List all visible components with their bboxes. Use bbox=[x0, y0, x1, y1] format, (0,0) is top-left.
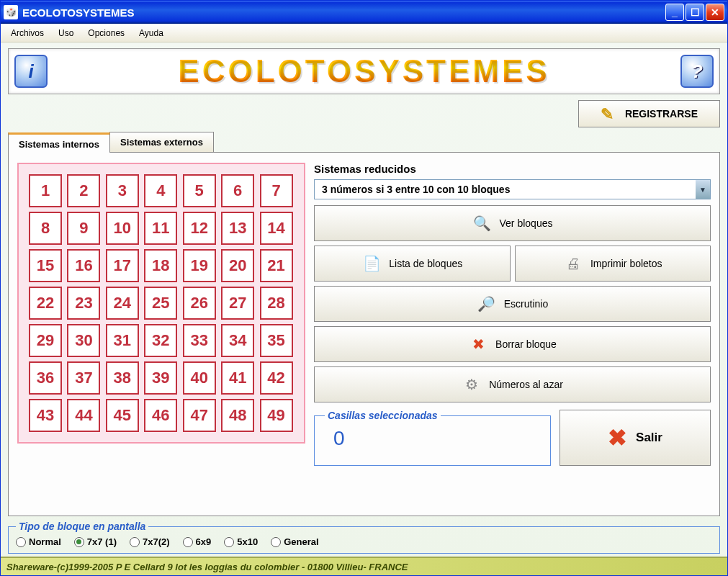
number-cell-8[interactable]: 8 bbox=[29, 212, 62, 245]
ver-bloques-button[interactable]: 🔍 Ver bloques bbox=[314, 205, 711, 241]
menu-archivos[interactable]: Archivos bbox=[5, 26, 50, 40]
printer-icon: 🖨 bbox=[563, 253, 583, 274]
banner-title: ECOLOTOSYSTEMES bbox=[48, 53, 680, 89]
number-cell-1[interactable]: 1 bbox=[29, 174, 62, 207]
number-cell-47[interactable]: 47 bbox=[183, 399, 216, 432]
minimize-button[interactable]: _ bbox=[665, 4, 684, 21]
statusbar: Shareware-(c)1999-2005 P E Cellard 9 lot… bbox=[1, 557, 727, 575]
tab-sistemas-externos[interactable]: Sistemas externos bbox=[109, 132, 214, 152]
number-cell-46[interactable]: 46 bbox=[144, 399, 177, 432]
radio-6x9[interactable]: 6x9 bbox=[183, 536, 212, 547]
two-button-row: 📄 Lista de bloques 🖨 Imprimir boletos bbox=[314, 246, 711, 282]
number-cell-13[interactable]: 13 bbox=[221, 212, 254, 245]
number-cell-31[interactable]: 31 bbox=[106, 324, 139, 357]
number-cell-43[interactable]: 43 bbox=[29, 399, 62, 432]
radio-5x10[interactable]: 5x10 bbox=[224, 536, 258, 547]
radio-dot-icon bbox=[130, 537, 140, 547]
info-button[interactable]: i bbox=[14, 55, 48, 88]
number-cell-20[interactable]: 20 bbox=[221, 249, 254, 282]
blocktype-fieldset: Tipo de bloque en pantalla Normal7x7 (1)… bbox=[8, 521, 720, 554]
menu-uso[interactable]: Uso bbox=[53, 26, 79, 40]
number-cell-39[interactable]: 39 bbox=[144, 361, 177, 395]
number-cell-16[interactable]: 16 bbox=[67, 249, 100, 282]
radio-general[interactable]: General bbox=[271, 536, 318, 547]
number-cell-37[interactable]: 37 bbox=[67, 361, 100, 395]
number-cell-22[interactable]: 22 bbox=[29, 287, 62, 320]
register-button[interactable]: REGISTRARSE bbox=[578, 100, 720, 127]
number-cell-49[interactable]: 49 bbox=[260, 399, 293, 432]
imprimir-boletos-button[interactable]: 🖨 Imprimir boletos bbox=[515, 246, 711, 282]
number-cell-42[interactable]: 42 bbox=[260, 361, 293, 395]
number-grid: 1234567891011121314151617181920212223242… bbox=[29, 174, 294, 432]
number-cell-19[interactable]: 19 bbox=[183, 249, 216, 282]
number-cell-29[interactable]: 29 bbox=[29, 324, 62, 357]
tab-panel: 1234567891011121314151617181920212223242… bbox=[8, 152, 720, 516]
number-cell-21[interactable]: 21 bbox=[260, 249, 293, 282]
bottom-row: Casillas seleccionadas 0 ✖ Salir bbox=[314, 410, 711, 466]
number-cell-24[interactable]: 24 bbox=[106, 287, 139, 320]
right-column: Sistemas reducidos 3 números si 3 entre … bbox=[314, 163, 711, 508]
number-cell-4[interactable]: 4 bbox=[144, 174, 177, 207]
number-cell-11[interactable]: 11 bbox=[144, 212, 177, 245]
escrutinio-label: Escrutinio bbox=[504, 298, 548, 310]
number-cell-38[interactable]: 38 bbox=[106, 361, 139, 395]
menu-ayuda[interactable]: Ayuda bbox=[133, 26, 169, 40]
number-cell-3[interactable]: 3 bbox=[106, 174, 139, 207]
radio-7x7-1-[interactable]: 7x7 (1) bbox=[74, 536, 117, 547]
window-title: ECOLOTOSYSTEMES bbox=[22, 6, 665, 19]
imprimir-label: Imprimir boletos bbox=[590, 258, 662, 269]
number-cell-25[interactable]: 25 bbox=[144, 287, 177, 320]
help-button[interactable]: ? bbox=[680, 55, 714, 88]
radio-normal[interactable]: Normal bbox=[16, 536, 61, 547]
chevron-down-icon[interactable]: ▼ bbox=[696, 180, 710, 199]
radio-label: Normal bbox=[29, 536, 61, 547]
radio-dot-icon bbox=[74, 537, 84, 547]
number-cell-6[interactable]: 6 bbox=[221, 174, 254, 207]
number-cell-34[interactable]: 34 bbox=[221, 324, 254, 357]
number-cell-40[interactable]: 40 bbox=[183, 361, 216, 395]
number-cell-2[interactable]: 2 bbox=[67, 174, 100, 207]
number-cell-41[interactable]: 41 bbox=[221, 361, 254, 395]
number-cell-9[interactable]: 9 bbox=[67, 212, 100, 245]
azar-label: Números al azar bbox=[489, 379, 563, 390]
number-cell-5[interactable]: 5 bbox=[183, 174, 216, 207]
close-button[interactable]: ✕ bbox=[706, 4, 724, 21]
number-cell-35[interactable]: 35 bbox=[260, 324, 293, 357]
combo-text: 3 números si 3 entre 10 con 10 bloques bbox=[315, 184, 696, 195]
tab-sistemas-internos[interactable]: Sistemas internos bbox=[8, 132, 110, 153]
maximize-button[interactable]: ☐ bbox=[686, 4, 704, 21]
gears-icon: ⚙ bbox=[462, 374, 482, 395]
window-controls: _ ☐ ✕ bbox=[665, 4, 724, 21]
number-cell-36[interactable]: 36 bbox=[29, 361, 62, 395]
number-cell-17[interactable]: 17 bbox=[106, 249, 139, 282]
number-cell-30[interactable]: 30 bbox=[67, 324, 100, 357]
escrutinio-button[interactable]: 🔎 Escrutinio bbox=[314, 286, 711, 322]
number-cell-15[interactable]: 15 bbox=[29, 249, 62, 282]
numeros-azar-button[interactable]: ⚙ Números al azar bbox=[314, 366, 711, 402]
radio-7x7-2-[interactable]: 7x7(2) bbox=[130, 536, 170, 547]
lista-label: Lista de bloques bbox=[389, 258, 462, 269]
number-cell-12[interactable]: 12 bbox=[183, 212, 216, 245]
menu-opciones[interactable]: Opciones bbox=[82, 26, 130, 40]
number-cell-45[interactable]: 45 bbox=[106, 399, 139, 432]
search-icon: 🔍 bbox=[472, 213, 493, 233]
number-cell-10[interactable]: 10 bbox=[106, 212, 139, 245]
document-icon: 📄 bbox=[361, 253, 382, 274]
number-cell-26[interactable]: 26 bbox=[183, 287, 216, 320]
ver-bloques-label: Ver bloques bbox=[500, 217, 553, 229]
number-cell-14[interactable]: 14 bbox=[260, 212, 293, 245]
number-cell-28[interactable]: 28 bbox=[260, 287, 293, 320]
number-cell-33[interactable]: 33 bbox=[183, 324, 216, 357]
number-cell-27[interactable]: 27 bbox=[221, 287, 254, 320]
borrar-bloque-button[interactable]: ✖ Borrar bloque bbox=[314, 326, 711, 362]
system-combo[interactable]: 3 números si 3 entre 10 con 10 bloques ▼ bbox=[314, 179, 711, 199]
number-cell-48[interactable]: 48 bbox=[221, 399, 254, 432]
lista-bloques-button[interactable]: 📄 Lista de bloques bbox=[314, 246, 511, 282]
salir-button[interactable]: ✖ Salir bbox=[560, 410, 711, 466]
number-cell-23[interactable]: 23 bbox=[67, 287, 100, 320]
number-cell-7[interactable]: 7 bbox=[260, 174, 293, 207]
radio-label: General bbox=[284, 536, 318, 547]
number-cell-18[interactable]: 18 bbox=[144, 249, 177, 282]
number-cell-32[interactable]: 32 bbox=[144, 324, 177, 357]
number-cell-44[interactable]: 44 bbox=[67, 399, 100, 432]
